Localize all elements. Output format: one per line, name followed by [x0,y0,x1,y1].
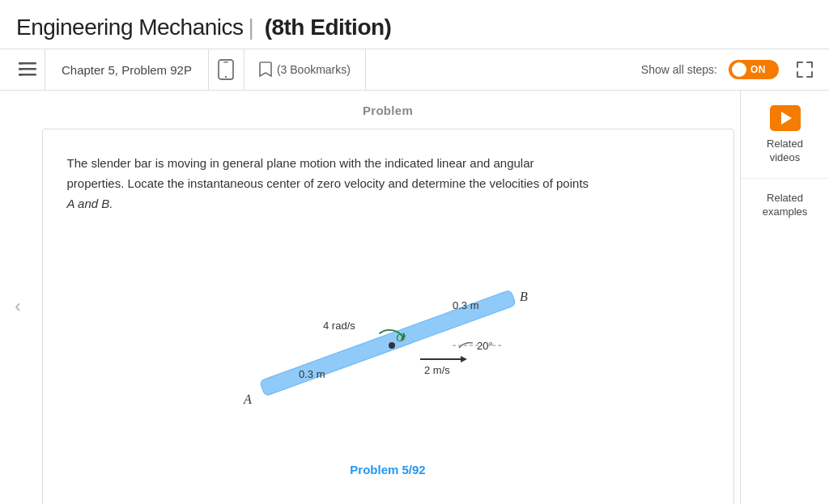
distance-bottom-label: 0.3 m [299,368,325,380]
play-icon [781,112,792,125]
velocity-label: 2 m/s [424,364,450,376]
show-steps-toggle[interactable]: ON [729,60,779,79]
angle-label: 20° [477,340,493,352]
svg-rect-3 [19,62,23,65]
toggle-circle [732,62,746,77]
content-area: ‹ Problem The slender bar is moving in g… [0,91,829,504]
play-icon-box [770,105,801,131]
svg-rect-4 [19,68,23,70]
expand-button[interactable] [790,55,819,84]
related-videos-button[interactable]: Relatedvideos [741,91,829,179]
related-examples-button[interactable]: Relatedexamples [741,179,829,232]
svg-point-7 [225,76,227,78]
chapter-label: Chapter 5, Problem 92P [45,49,209,91]
toggle-state-label: ON [750,64,766,75]
problem-caption: Problem 5/92 [67,463,709,476]
problem-text: The slender bar is moving in general pla… [67,154,650,214]
sidebar-panel: Relatedvideos Relatedexamples [740,91,829,504]
section-header: Problem [363,104,413,117]
main-content: Problem The slender bar is moving in gen… [36,91,740,504]
toolbar: Chapter 5, Problem 92P (3 Bookmarks) Sho… [0,49,829,91]
point-G-dot [389,342,395,349]
problem-card: The slender bar is moving in general pla… [42,129,734,504]
point-A-label: A [243,392,252,406]
diagram-area: B A G 4 rad/s 0.3 m 0.3 [67,230,709,440]
related-examples-label: Relatedexamples [763,192,808,219]
svg-rect-5 [19,74,23,76]
diagram-svg: B A G 4 rad/s 0.3 m 0.3 [185,246,590,432]
related-videos-label: Relatedvideos [767,138,803,165]
distance-top-label: 0.3 m [453,299,479,311]
velocity-arrowhead [461,356,467,362]
toc-button[interactable] [10,49,45,91]
page-title: Engineering Mechanics| (8th Edition) [0,0,829,49]
angular-velocity-label: 4 rad/s [323,320,355,332]
point-B-label: B [520,290,528,303]
show-steps-label: Show all steps: [641,63,717,76]
nav-back-button[interactable]: ‹ [0,91,36,504]
svg-rect-8 [223,61,228,63]
bookmarks-label: (3 Bookmarks) [277,63,351,76]
bookmark-button[interactable]: (3 Bookmarks) [244,49,366,91]
mobile-icon[interactable] [209,49,244,91]
